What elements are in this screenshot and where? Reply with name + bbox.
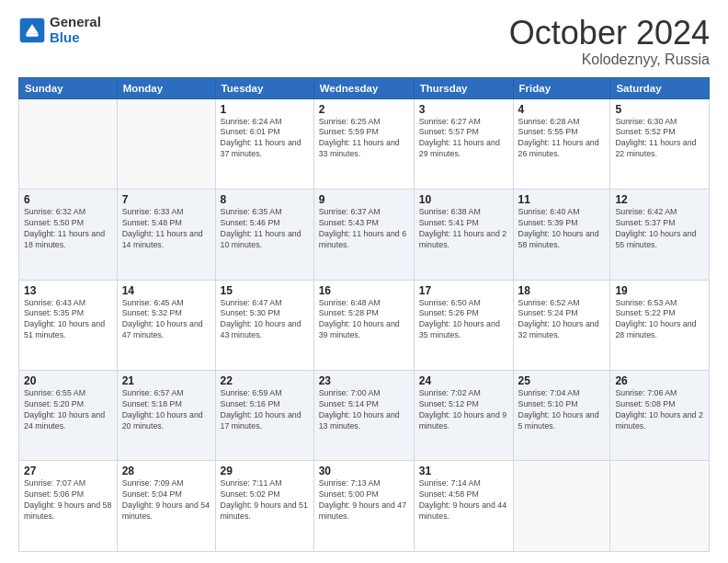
table-row: 5Sunrise: 6:30 AM Sunset: 5:52 PM Daylig… <box>610 98 710 189</box>
day-number: 17 <box>419 284 508 297</box>
logo: General Blue <box>18 15 101 45</box>
day-info: Sunrise: 6:40 AM Sunset: 5:39 PM Dayligh… <box>518 207 599 249</box>
calendar: Sunday Monday Tuesday Wednesday Thursday… <box>18 77 710 552</box>
day-info: Sunrise: 6:33 AM Sunset: 5:48 PM Dayligh… <box>122 207 203 249</box>
table-row: 31Sunrise: 7:14 AM Sunset: 4:58 PM Dayli… <box>414 461 513 552</box>
table-row <box>19 98 118 189</box>
day-number: 28 <box>122 465 210 477</box>
day-info: Sunrise: 7:09 AM Sunset: 5:04 PM Dayligh… <box>122 478 210 521</box>
title-block: October 2024 Kolodeznyy, Russia <box>509 15 710 68</box>
day-info: Sunrise: 6:43 AM Sunset: 5:35 PM Dayligh… <box>24 298 105 340</box>
day-info: Sunrise: 6:28 AM Sunset: 5:55 PM Dayligh… <box>518 117 599 159</box>
table-row: 23Sunrise: 7:00 AM Sunset: 5:14 PM Dayli… <box>313 371 414 461</box>
day-number: 5 <box>615 103 704 116</box>
day-number: 12 <box>615 193 704 206</box>
header-saturday: Saturday <box>610 77 710 98</box>
day-number: 14 <box>122 284 210 297</box>
table-row: 13Sunrise: 6:43 AM Sunset: 5:35 PM Dayli… <box>19 280 118 370</box>
day-info: Sunrise: 6:42 AM Sunset: 5:37 PM Dayligh… <box>615 207 696 249</box>
day-number: 25 <box>518 374 606 387</box>
day-number: 18 <box>518 284 606 297</box>
day-number: 15 <box>221 284 309 297</box>
day-number: 9 <box>319 193 409 206</box>
calendar-body: 1Sunrise: 6:24 AM Sunset: 6:01 PM Daylig… <box>19 98 710 551</box>
header-friday: Friday <box>513 77 610 98</box>
header-wednesday: Wednesday <box>313 77 414 98</box>
logo-general-text: General <box>50 15 101 30</box>
table-row: 16Sunrise: 6:48 AM Sunset: 5:28 PM Dayli… <box>313 280 414 370</box>
day-info: Sunrise: 6:55 AM Sunset: 5:20 PM Dayligh… <box>24 388 105 431</box>
day-number: 21 <box>122 374 210 387</box>
day-number: 27 <box>24 465 112 477</box>
day-info: Sunrise: 6:50 AM Sunset: 5:26 PM Dayligh… <box>419 298 500 340</box>
day-number: 10 <box>419 193 508 206</box>
day-number: 29 <box>221 465 309 477</box>
day-number: 7 <box>122 193 210 206</box>
header-sunday: Sunday <box>19 77 118 98</box>
day-info: Sunrise: 6:27 AM Sunset: 5:57 PM Dayligh… <box>419 117 500 159</box>
table-row <box>513 461 610 552</box>
day-info: Sunrise: 6:52 AM Sunset: 5:24 PM Dayligh… <box>518 298 599 340</box>
day-number: 20 <box>24 374 112 387</box>
day-number: 22 <box>221 374 309 387</box>
calendar-header: Sunday Monday Tuesday Wednesday Thursday… <box>19 77 710 98</box>
day-info: Sunrise: 6:37 AM Sunset: 5:43 PM Dayligh… <box>319 207 406 249</box>
header-monday: Monday <box>117 77 215 98</box>
table-row: 1Sunrise: 6:24 AM Sunset: 6:01 PM Daylig… <box>215 98 313 189</box>
day-info: Sunrise: 7:13 AM Sunset: 5:00 PM Dayligh… <box>319 478 406 521</box>
logo-icon <box>18 17 46 44</box>
day-number: 11 <box>518 193 606 206</box>
day-number: 6 <box>24 193 112 206</box>
day-info: Sunrise: 7:02 AM Sunset: 5:12 PM Dayligh… <box>419 388 506 431</box>
table-row: 20Sunrise: 6:55 AM Sunset: 5:20 PM Dayli… <box>19 371 118 461</box>
table-row: 6Sunrise: 6:32 AM Sunset: 5:50 PM Daylig… <box>19 190 118 280</box>
day-number: 8 <box>221 193 309 206</box>
day-number: 30 <box>319 465 409 477</box>
day-info: Sunrise: 6:32 AM Sunset: 5:50 PM Dayligh… <box>24 207 105 249</box>
day-number: 26 <box>615 374 704 387</box>
table-row: 9Sunrise: 6:37 AM Sunset: 5:43 PM Daylig… <box>313 190 414 280</box>
table-row: 22Sunrise: 6:59 AM Sunset: 5:16 PM Dayli… <box>215 371 313 461</box>
table-row: 4Sunrise: 6:28 AM Sunset: 5:55 PM Daylig… <box>513 98 610 189</box>
table-row: 21Sunrise: 6:57 AM Sunset: 5:18 PM Dayli… <box>117 371 215 461</box>
table-row: 11Sunrise: 6:40 AM Sunset: 5:39 PM Dayli… <box>513 190 610 280</box>
day-number: 31 <box>419 465 508 477</box>
calendar-table: Sunday Monday Tuesday Wednesday Thursday… <box>18 77 710 552</box>
day-info: Sunrise: 6:57 AM Sunset: 5:18 PM Dayligh… <box>122 388 203 431</box>
day-info: Sunrise: 7:14 AM Sunset: 4:58 PM Dayligh… <box>419 478 506 521</box>
header-thursday: Thursday <box>414 77 513 98</box>
table-row: 28Sunrise: 7:09 AM Sunset: 5:04 PM Dayli… <box>117 461 215 552</box>
day-info: Sunrise: 6:24 AM Sunset: 6:01 PM Dayligh… <box>221 117 301 159</box>
table-row: 26Sunrise: 7:06 AM Sunset: 5:08 PM Dayli… <box>610 371 710 461</box>
table-row: 19Sunrise: 6:53 AM Sunset: 5:22 PM Dayli… <box>610 280 710 370</box>
table-row: 15Sunrise: 6:47 AM Sunset: 5:30 PM Dayli… <box>215 280 313 370</box>
logo-blue-text: Blue <box>50 30 101 46</box>
location-subtitle: Kolodeznyy, Russia <box>509 52 710 68</box>
table-row: 7Sunrise: 6:33 AM Sunset: 5:48 PM Daylig… <box>117 190 215 280</box>
table-row: 29Sunrise: 7:11 AM Sunset: 5:02 PM Dayli… <box>215 461 313 552</box>
day-info: Sunrise: 7:06 AM Sunset: 5:08 PM Dayligh… <box>615 388 702 431</box>
day-info: Sunrise: 6:35 AM Sunset: 5:46 PM Dayligh… <box>221 207 301 249</box>
day-info: Sunrise: 6:30 AM Sunset: 5:52 PM Dayligh… <box>615 117 696 159</box>
day-info: Sunrise: 7:04 AM Sunset: 5:10 PM Dayligh… <box>518 388 599 431</box>
table-row: 17Sunrise: 6:50 AM Sunset: 5:26 PM Dayli… <box>414 280 513 370</box>
day-number: 16 <box>319 284 409 297</box>
day-info: Sunrise: 6:59 AM Sunset: 5:16 PM Dayligh… <box>221 388 301 431</box>
table-row: 10Sunrise: 6:38 AM Sunset: 5:41 PM Dayli… <box>414 190 513 280</box>
svg-rect-2 <box>26 33 38 36</box>
table-row: 12Sunrise: 6:42 AM Sunset: 5:37 PM Dayli… <box>610 190 710 280</box>
day-info: Sunrise: 6:45 AM Sunset: 5:32 PM Dayligh… <box>122 298 203 340</box>
table-row <box>117 98 215 189</box>
day-number: 1 <box>221 103 309 116</box>
day-info: Sunrise: 7:00 AM Sunset: 5:14 PM Dayligh… <box>319 388 400 431</box>
day-info: Sunrise: 7:07 AM Sunset: 5:06 PM Dayligh… <box>24 478 111 521</box>
table-row <box>610 461 710 552</box>
table-row: 30Sunrise: 7:13 AM Sunset: 5:00 PM Dayli… <box>313 461 414 552</box>
table-row: 3Sunrise: 6:27 AM Sunset: 5:57 PM Daylig… <box>414 98 513 189</box>
day-number: 19 <box>615 284 704 297</box>
day-number: 23 <box>319 374 409 387</box>
day-number: 4 <box>518 103 606 116</box>
day-info: Sunrise: 6:25 AM Sunset: 5:59 PM Dayligh… <box>319 117 400 159</box>
day-number: 2 <box>319 103 409 116</box>
header-tuesday: Tuesday <box>215 77 313 98</box>
